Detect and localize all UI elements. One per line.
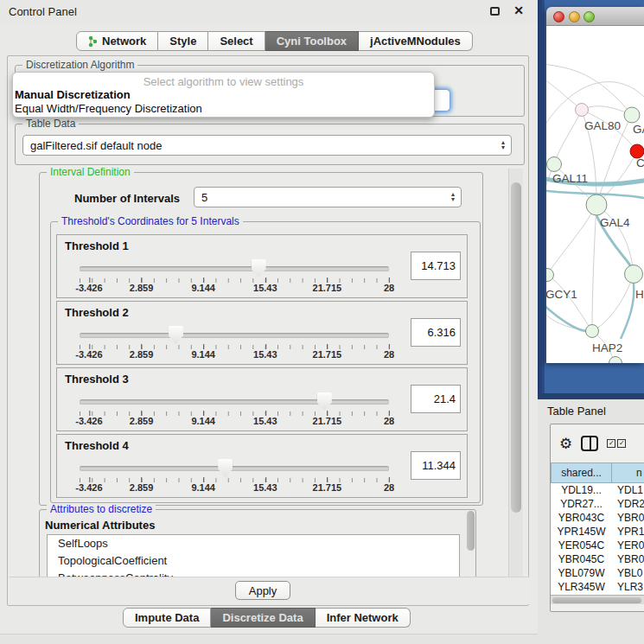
tick-label: 9.144 bbox=[191, 482, 215, 493]
threshold-value-field[interactable]: 6.316 bbox=[411, 318, 461, 347]
network-icon bbox=[88, 35, 98, 48]
attribute-item-selfloops[interactable]: SelfLoops bbox=[48, 535, 459, 552]
attributes-to-discretize-group: Attributes to discretize Numerical Attri… bbox=[39, 509, 476, 578]
table-cell: YPR145W bbox=[551, 525, 612, 539]
table-row[interactable]: YDL19...YDL1 bbox=[551, 483, 644, 497]
slider-thumb-icon[interactable] bbox=[317, 392, 332, 411]
cyni-bottom-tab-bar: Impute DataDiscretize DataInfer Network bbox=[123, 608, 411, 628]
tab-network[interactable]: Network bbox=[76, 31, 158, 51]
node-label-hap2: HAP2 bbox=[592, 341, 622, 354]
algorithm-dropdown-popup: Select algorithm to view settings Manual… bbox=[12, 72, 435, 118]
table-row[interactable]: YDR27...YDR2 bbox=[551, 497, 644, 511]
zoom-traffic-light-icon[interactable] bbox=[583, 11, 595, 22]
network-node-green[interactable] bbox=[624, 107, 640, 123]
table-row[interactable]: YBR045CYBR0 bbox=[551, 552, 644, 566]
slider-track[interactable] bbox=[80, 466, 389, 471]
threshold-slider[interactable]: -3.4262.8599.14415.4321.71528 bbox=[80, 457, 389, 492]
slider-track[interactable] bbox=[80, 266, 389, 271]
threshold-coordinates-group: Threshold's Coordinates for 5 Intervals … bbox=[50, 221, 481, 503]
minimize-traffic-light-icon[interactable] bbox=[569, 11, 580, 22]
tick-label: 21.715 bbox=[313, 283, 342, 293]
network-node-green[interactable] bbox=[546, 269, 554, 282]
threshold-slider[interactable]: -3.4262.8599.14415.4321.71528 bbox=[80, 391, 389, 425]
number-of-intervals-label: Number of Intervals bbox=[74, 192, 180, 205]
control-panel-tab-bar: NetworkStyleSelectCyni ToolboxjActiveMNo… bbox=[76, 31, 473, 51]
table-cell: YBR0 bbox=[612, 511, 644, 525]
select-columns-icon[interactable]: ✓ ✓ bbox=[607, 439, 626, 448]
network-node-green[interactable] bbox=[609, 357, 622, 364]
control-panel-scrollbar[interactable] bbox=[508, 169, 523, 577]
table-column-header-2[interactable]: n bbox=[612, 462, 644, 483]
network-node-green[interactable] bbox=[625, 265, 643, 284]
apply-button[interactable]: Apply bbox=[235, 581, 290, 600]
network-node-pink[interactable] bbox=[576, 104, 589, 117]
tick-label: 9.144 bbox=[191, 416, 215, 426]
slider-tick-labels: -3.4262.8599.14415.4321.71528 bbox=[80, 349, 389, 360]
gear-icon[interactable]: ⚙ bbox=[559, 437, 572, 451]
network-window: GAL80GACGAL11GAL4GCY1HHAP2 bbox=[546, 7, 644, 363]
attribute-list-scrollbar[interactable] bbox=[467, 511, 475, 551]
close-traffic-light-icon[interactable] bbox=[553, 11, 564, 22]
table-cell: YDR27... bbox=[551, 497, 612, 511]
table-row[interactable]: YPR145WYPR1 bbox=[551, 525, 644, 539]
slider-track[interactable] bbox=[80, 333, 389, 338]
table-data-combobox-value: galFiltered.sif default node bbox=[30, 139, 162, 152]
tab-cyni-toolbox[interactable]: Cyni Toolbox bbox=[265, 31, 359, 51]
threshold-slider[interactable]: -3.4262.8599.14415.4321.71528 bbox=[80, 324, 389, 359]
network-graph: GAL80GACGAL11GAL4GCY1HHAP2 bbox=[546, 26, 644, 363]
close-icon[interactable]: ✕ bbox=[513, 3, 524, 17]
settings-scroll-area: Interval Definition Number of Intervals … bbox=[8, 167, 502, 578]
float-window-icon[interactable] bbox=[490, 7, 500, 16]
tab-discretize-data[interactable]: Discretize Data bbox=[211, 608, 315, 628]
tab-jactivemnodules[interactable]: jActiveMNodules bbox=[359, 31, 473, 51]
tab-style[interactable]: Style bbox=[158, 31, 208, 51]
slider-thumb-icon[interactable] bbox=[218, 459, 233, 477]
table-data-combobox[interactable]: galFiltered.sif default node ▴▾ bbox=[22, 135, 512, 156]
dropdown-option-equal-width-frequency[interactable]: Equal Width/Frequency Discretization bbox=[13, 101, 434, 115]
table-horizontal-scrollbar-thumb[interactable] bbox=[552, 597, 641, 603]
tab-infer-network[interactable]: Infer Network bbox=[316, 608, 411, 628]
table-column-header-1[interactable]: shared... bbox=[551, 462, 612, 483]
threshold-value-field[interactable]: 21.4 bbox=[411, 385, 461, 413]
dropdown-option-manual-discretization[interactable]: Manual Discretization bbox=[13, 87, 434, 101]
table-row[interactable]: YLR345WYLR3 bbox=[551, 580, 644, 594]
tab-select[interactable]: Select bbox=[208, 31, 265, 51]
node-label-gal4: GAL4 bbox=[600, 216, 630, 229]
network-node-green[interactable] bbox=[586, 194, 607, 215]
slider-thumb-icon[interactable] bbox=[252, 259, 266, 277]
threshold-value-field[interactable]: 11.344 bbox=[411, 451, 461, 480]
threshold-value-field[interactable]: 14.713 bbox=[411, 252, 461, 280]
network-node-green[interactable] bbox=[547, 157, 562, 172]
tab-label: Infer Network bbox=[327, 611, 399, 624]
table-horizontal-scrollbar[interactable] bbox=[551, 595, 644, 604]
number-of-intervals-combobox[interactable]: 5 ▴▾ bbox=[194, 187, 462, 207]
table-row[interactable]: YBL079WYBL0 bbox=[551, 566, 644, 580]
threshold-slider[interactable]: -3.4262.8599.14415.4321.71528 bbox=[80, 258, 389, 292]
application-window: Control Panel ✕ NetworkStyleSelectCyni T… bbox=[0, 0, 644, 644]
tab-label: jActiveMNodules bbox=[370, 35, 461, 48]
tick-label: -3.426 bbox=[75, 349, 102, 360]
combo-spinner-icon: ▴▾ bbox=[451, 192, 455, 202]
table-cell: YLR3 bbox=[612, 580, 644, 594]
columns-icon[interactable] bbox=[581, 436, 598, 451]
tick-label: 15.43 bbox=[253, 482, 277, 493]
tab-impute-data[interactable]: Impute Data bbox=[123, 608, 211, 628]
table-rows: YDL19...YDL1YDR27...YDR2YBR043CYBR0YPR14… bbox=[551, 483, 644, 595]
discretization-algorithm-title: Discretization Algorithm bbox=[22, 59, 137, 71]
control-panel-scrollbar-thumb[interactable] bbox=[511, 182, 521, 513]
table-row[interactable]: YER054CYER0 bbox=[551, 539, 644, 552]
tick-label: 28 bbox=[384, 283, 394, 293]
attribute-item-topologicalcoefficient[interactable]: TopologicalCoefficient bbox=[48, 552, 459, 570]
slider-track[interactable] bbox=[80, 399, 389, 405]
node-label-gal11: GAL11 bbox=[552, 172, 588, 185]
table-cell: YBR0 bbox=[612, 552, 644, 566]
control-panel: Control Panel ✕ NetworkStyleSelectCyni T… bbox=[0, 0, 538, 644]
table-cell: YLR345W bbox=[551, 580, 612, 594]
tab-label: Cyni Toolbox bbox=[277, 35, 347, 48]
network-canvas[interactable]: GAL80GACGAL11GAL4GCY1HHAP2 bbox=[546, 26, 644, 363]
slider-thumb-icon[interactable] bbox=[169, 326, 183, 344]
network-node-green[interactable] bbox=[586, 325, 599, 338]
threshold-panel-1: Threshold 1-3.4262.8599.14415.4321.71528… bbox=[56, 234, 468, 298]
table-row[interactable]: YBR043CYBR0 bbox=[551, 511, 644, 525]
network-window-titlebar[interactable] bbox=[546, 7, 644, 26]
